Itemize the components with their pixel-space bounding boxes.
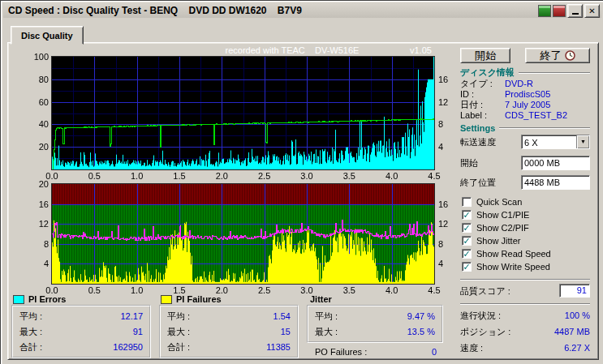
speed-select[interactable]: 6 X ▼ [521,135,590,149]
tick-label: 60 [26,97,50,107]
stat-label: 合計 : [167,340,190,355]
pif-jitter-chart [52,184,434,284]
disc-id-label: ID : [460,89,505,100]
minimize-icon [572,13,579,15]
pi-errors-box: 平均 :12.17 最大 :91 合計 :162950 [11,305,151,358]
disc-type-label: タイプ : [460,79,505,89]
title-bar[interactable]: CD Speed : Disc Quality Test - BENQ DVD … [3,3,601,18]
tab-disc-quality[interactable]: Disc Quality [11,26,84,45]
disc-info-section-header: ディスク情報 [460,66,590,79]
po-failures-row: PO Failures : 0 [315,346,437,358]
quality-score-label: 品質スコア : [460,284,510,298]
tick-label: 20 [26,142,50,152]
tick-label: 0.5 [83,285,106,295]
dropdown-arrow-icon[interactable]: ▼ [576,135,589,148]
checkbox-label: Show C1/PIE [476,210,529,220]
minimize-button[interactable] [567,4,583,18]
checkbox-label: Show Read Speed [476,249,551,259]
close-button[interactable]: ✕ [584,4,600,18]
end-position-input[interactable]: 4488 MB [521,175,590,190]
checkbox-show-read-speed[interactable]: ✓Show Read Speed [462,247,593,260]
tick-label: 100 [26,52,50,62]
disc-date-row: 日付 :7 July 2005 [460,100,590,110]
speed-label: 速度 : [460,342,483,353]
exit-button-label: 終了 [540,49,562,63]
quality-score-value: 91 [559,284,590,298]
end-position-label: 終了位置 [460,175,496,190]
settings-header-label: Settings [460,123,495,133]
divider [519,72,590,74]
checkbox-box[interactable]: ✓ [462,262,472,272]
close-icon: ✕ [588,6,595,16]
exit-button[interactable]: 終了 [525,48,590,63]
stat-label: 平均 : [19,309,42,324]
checkbox-box[interactable] [462,197,472,207]
tick-label: 4.0 [381,285,403,295]
stat-value: 13.5 % [407,324,435,340]
po-failures-value: 0 [432,346,437,358]
checkbox-box[interactable]: ✓ [462,223,472,233]
checkbox-box[interactable]: ✓ [462,236,472,246]
checkbox-label: Quick Scan [476,197,522,207]
speed-select-value: 6 X [522,135,576,148]
checkbox-show-c1-pie[interactable]: ✓Show C1/PIE [462,208,593,221]
tick-label: 2.5 [253,285,276,295]
pi-failures-title: PI Failures [176,294,222,304]
checkbox-label: Show Write Speed [476,262,550,272]
stat-value: 91 [133,324,143,340]
chart1-x-axis: 0.00.51.01.52.02.53.03.54.04.5 [52,171,434,182]
divider [499,127,590,129]
tick-label: 3.5 [338,285,360,295]
disc-info-header-label: ディスク情報 [460,66,515,79]
progress-value: 100 % [565,310,590,321]
tick-label: 40 [26,119,50,129]
checkbox-show-c2-pif[interactable]: ✓Show C2/PIF [462,221,593,234]
disc-label-row: Label :CDS_TEST_B2 [460,110,590,121]
version-label: v1.05 [410,45,432,55]
cd-speed-window: CD Speed : Disc Quality Test - BENQ DVD … [0,0,603,364]
chart2-y-left-axis: 20161284 [26,184,50,284]
pi-errors-header: PI Errors [13,293,66,305]
green-disc-icon[interactable] [538,5,551,17]
window-title: CD Speed : Disc Quality Test - BENQ DVD … [8,5,538,16]
recorded-with-label: recorded with TEAC DV-W516E [170,45,414,55]
tick-label: 1.0 [126,171,149,181]
start-button-label: 開始 [475,49,497,63]
divider [460,279,590,280]
progress-label: 進行状況 : [460,310,501,321]
start-position-input[interactable]: 0000 MB [521,156,590,170]
exit-clock-icon [565,50,575,61]
checkbox-show-write-speed[interactable]: ✓Show Write Speed [462,260,593,273]
progress-row: 進行状況 :100 % [460,310,590,321]
checkbox-quick-scan[interactable]: Quick Scan [462,195,593,208]
tick-label: 12 [26,219,50,229]
pi-errors-title: PI Errors [28,294,66,304]
pi-failures-box: 平均 :1.54 最大 :15 合計 :11385 [159,305,299,358]
tick-label: 2.5 [253,171,276,181]
titlebar-buttons: ✕ [538,4,600,18]
tick-label: 1.5 [168,171,191,181]
speed-row: 速度 :6.27 X [460,342,590,353]
speed-label: 転送速度 [460,135,496,149]
disc-type-value: DVD-R [505,79,533,89]
tick-label: 2.0 [210,171,233,181]
stat-label: 最大 : [19,324,42,340]
po-failures-label: PO Failures : [315,346,367,358]
start-button[interactable]: 開始 [460,48,510,63]
disc-id-row: ID :ProdiscS05 [460,89,590,100]
red-disc-icon[interactable] [553,5,566,17]
stat-label: 合計 : [19,340,42,355]
checkbox-box[interactable]: ✓ [462,210,472,220]
tick-label: 0.5 [83,171,106,181]
start-position-label: 開始 [460,156,478,170]
chart1-y-left-axis: 10080604020 [26,57,50,169]
checkbox-show-jitter[interactable]: ✓Show Jitter [462,234,593,247]
stat-value: 11385 [266,340,291,355]
divider [460,303,590,305]
checkbox-box[interactable]: ✓ [462,249,472,259]
position-label: ポジション : [460,326,510,337]
checkbox-label: Show Jitter [476,236,520,246]
stat-value: 9.47 % [407,309,435,324]
quality-score-row: 品質スコア : 91 [460,284,590,298]
tick-label: 8 [26,239,50,249]
